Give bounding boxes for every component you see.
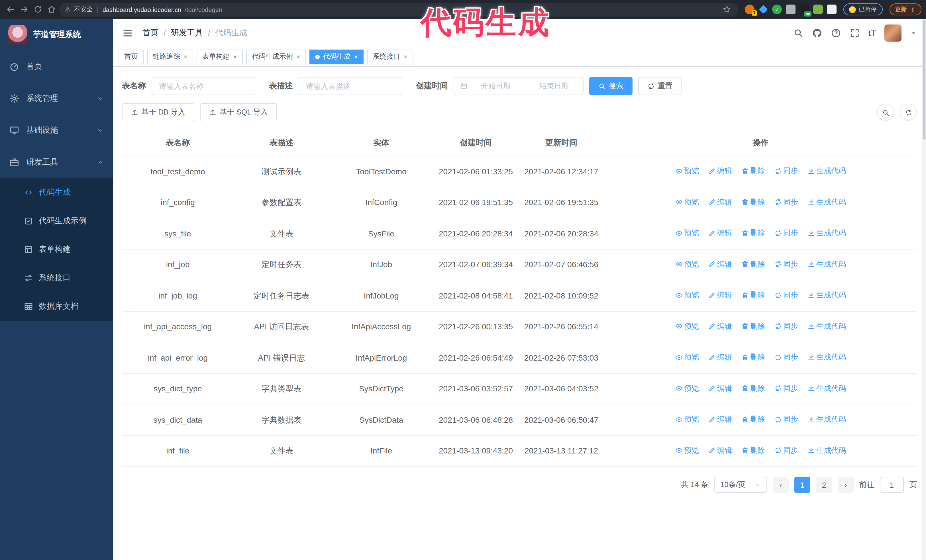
sidebar-fold-icon[interactable] bbox=[122, 27, 133, 38]
edit-link[interactable]: 编辑 bbox=[708, 382, 732, 394]
sync-link[interactable]: 同步 bbox=[774, 413, 798, 426]
caret-down-icon[interactable] bbox=[910, 29, 917, 36]
app-logo[interactable]: 芋道管理系统 bbox=[0, 19, 113, 51]
sidebar-item-infra[interactable]: 基础设施 bbox=[0, 115, 113, 146]
edit-link[interactable]: 编辑 bbox=[708, 196, 732, 208]
preview-link[interactable]: 预览 bbox=[675, 413, 699, 426]
home-icon[interactable] bbox=[45, 4, 57, 15]
sidebar-item-home[interactable]: 首页 bbox=[0, 51, 113, 83]
close-icon[interactable]: × bbox=[354, 53, 358, 60]
github-icon[interactable] bbox=[812, 28, 822, 38]
prev-page-button[interactable]: ‹ bbox=[773, 477, 789, 493]
puzzle-extensions-icon[interactable] bbox=[827, 5, 837, 14]
sync-link[interactable]: 同步 bbox=[774, 196, 798, 208]
sidebar-item-system-api[interactable]: 系统接口 bbox=[0, 264, 113, 292]
forward-icon[interactable] bbox=[18, 4, 30, 15]
edit-link[interactable]: 编辑 bbox=[708, 165, 732, 177]
preview-link[interactable]: 预览 bbox=[675, 444, 699, 457]
url-bar[interactable]: ⚠ 不安全 dashboard.yudao.iocoder.cn/tool/co… bbox=[59, 3, 738, 16]
preview-link[interactable]: 预览 bbox=[675, 165, 699, 177]
sync-link[interactable]: 同步 bbox=[774, 444, 798, 457]
table-name-input[interactable] bbox=[151, 77, 255, 95]
close-icon[interactable]: × bbox=[296, 53, 300, 60]
breadcrumb-item[interactable]: 研发工具 bbox=[171, 28, 203, 38]
edit-link[interactable]: 编辑 bbox=[708, 289, 732, 301]
page-scrollbar[interactable] bbox=[922, 19, 926, 560]
extension-icon[interactable] bbox=[813, 5, 823, 14]
edit-link[interactable]: 编辑 bbox=[708, 351, 732, 364]
generate-code-link[interactable]: 生成代码 bbox=[807, 382, 846, 394]
edit-link[interactable]: 编辑 bbox=[708, 320, 732, 332]
generate-code-link[interactable]: 生成代码 bbox=[807, 413, 846, 426]
delete-link[interactable]: 删除 bbox=[741, 196, 765, 208]
edit-link[interactable]: 编辑 bbox=[708, 413, 732, 426]
scrollbar-thumb[interactable] bbox=[923, 20, 925, 140]
search-button[interactable]: 搜索 bbox=[589, 77, 632, 95]
help-icon[interactable] bbox=[831, 28, 841, 38]
page-button-1[interactable]: 1 bbox=[794, 477, 810, 493]
tab-form-builder[interactable]: 表单构建 × bbox=[197, 49, 243, 64]
edit-link[interactable]: 编辑 bbox=[708, 258, 732, 270]
generate-code-link[interactable]: 生成代码 bbox=[807, 227, 846, 239]
delete-link[interactable]: 删除 bbox=[741, 165, 765, 177]
tab-tracing[interactable]: 链路追踪 × bbox=[147, 49, 193, 64]
generate-code-link[interactable]: 生成代码 bbox=[807, 351, 846, 364]
edit-link[interactable]: 编辑 bbox=[708, 227, 732, 239]
delete-link[interactable]: 删除 bbox=[741, 444, 765, 457]
generate-code-link[interactable]: 生成代码 bbox=[807, 320, 846, 332]
next-page-button[interactable]: › bbox=[838, 477, 853, 493]
generate-code-link[interactable]: 生成代码 bbox=[807, 196, 846, 208]
sidebar-item-db-docs[interactable]: 数据库文档 bbox=[0, 292, 113, 321]
extension-icon[interactable] bbox=[758, 5, 768, 14]
search-icon[interactable] bbox=[793, 28, 803, 38]
sync-link[interactable]: 同步 bbox=[774, 258, 798, 270]
sidebar-item-system[interactable]: 系统管理 bbox=[0, 83, 113, 115]
preview-link[interactable]: 预览 bbox=[675, 289, 699, 301]
close-icon[interactable]: × bbox=[233, 53, 237, 60]
sidebar-item-devtools[interactable]: 研发工具 bbox=[0, 146, 113, 178]
delete-link[interactable]: 删除 bbox=[741, 320, 765, 332]
tab-codegen[interactable]: 代码生成 × bbox=[309, 49, 363, 64]
generate-code-link[interactable]: 生成代码 bbox=[807, 289, 846, 301]
back-icon[interactable] bbox=[5, 4, 16, 15]
update-button[interactable]: 更新 ⋮ bbox=[889, 3, 921, 15]
delete-link[interactable]: 删除 bbox=[741, 289, 765, 301]
delete-link[interactable]: 删除 bbox=[741, 413, 765, 426]
kebab-menu-icon[interactable]: ⋮ bbox=[910, 6, 916, 13]
breadcrumb-item[interactable]: 首页 bbox=[142, 28, 159, 38]
edit-link[interactable]: 编辑 bbox=[708, 444, 732, 457]
tab-codegen-sample[interactable]: 代码生成示例 × bbox=[246, 49, 306, 64]
sync-link[interactable]: 同步 bbox=[774, 289, 798, 301]
fullscreen-icon[interactable] bbox=[850, 28, 860, 38]
delete-link[interactable]: 删除 bbox=[741, 351, 765, 364]
reset-button[interactable]: 重置 bbox=[638, 77, 682, 95]
bookmark-star-icon[interactable] bbox=[721, 4, 732, 15]
extension-icon[interactable] bbox=[786, 5, 796, 14]
delete-link[interactable]: 删除 bbox=[741, 382, 765, 394]
preview-link[interactable]: 预览 bbox=[675, 196, 699, 208]
sidebar-item-codegen-sample[interactable]: 代码生成示例 bbox=[0, 207, 113, 235]
generate-code-link[interactable]: 生成代码 bbox=[807, 165, 846, 177]
sidebar-item-form-builder[interactable]: 表单构建 bbox=[0, 235, 113, 264]
delete-link[interactable]: 删除 bbox=[741, 227, 765, 239]
refresh-button[interactable] bbox=[900, 104, 917, 121]
delete-link[interactable]: 删除 bbox=[741, 258, 765, 270]
generate-code-link[interactable]: 生成代码 bbox=[807, 444, 846, 457]
preview-link[interactable]: 预览 bbox=[675, 258, 699, 270]
sync-link[interactable]: 同步 bbox=[774, 351, 798, 364]
import-db-button[interactable]: 基于 DB 导入 bbox=[122, 103, 195, 121]
table-desc-input[interactable] bbox=[299, 77, 402, 95]
sync-link[interactable]: 同步 bbox=[774, 165, 798, 177]
avatar[interactable] bbox=[884, 24, 902, 41]
preview-link[interactable]: 预览 bbox=[675, 351, 699, 364]
profile-paused-badge[interactable]: 已暂停 bbox=[843, 3, 882, 15]
page-button-2[interactable]: 2 bbox=[816, 477, 832, 493]
sync-link[interactable]: 同步 bbox=[774, 227, 798, 239]
tab-home[interactable]: 首页 bbox=[118, 49, 144, 64]
import-sql-button[interactable]: 基于 SQL 导入 bbox=[200, 103, 277, 121]
reload-icon[interactable] bbox=[32, 4, 43, 15]
generate-code-link[interactable]: 生成代码 bbox=[807, 258, 846, 270]
extension-icon[interactable]: on bbox=[799, 5, 809, 14]
preview-link[interactable]: 预览 bbox=[675, 382, 699, 394]
preview-link[interactable]: 预览 bbox=[675, 320, 699, 332]
